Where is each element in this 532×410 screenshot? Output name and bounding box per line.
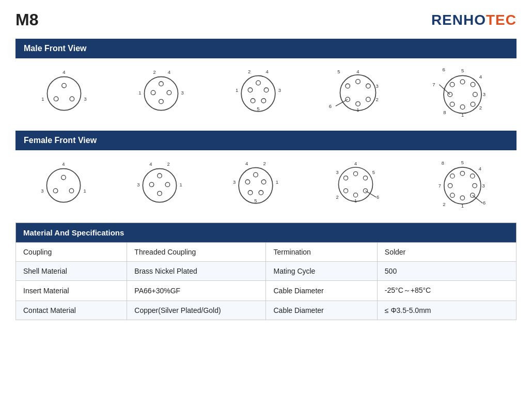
svg-point-33 (346, 84, 350, 88)
svg-point-69 (165, 182, 170, 187)
svg-point-44 (473, 92, 478, 97)
svg-point-60 (61, 175, 66, 180)
svg-point-106 (450, 193, 455, 197)
svg-point-1 (62, 83, 67, 88)
svg-text:5: 5 (254, 198, 257, 203)
svg-text:2: 2 (263, 161, 266, 166)
svg-point-29 (366, 84, 371, 88)
svg-point-76 (254, 172, 258, 177)
svg-text:5: 5 (257, 106, 259, 112)
logo-tec: TEC (486, 12, 517, 28)
svg-point-87 (353, 171, 357, 176)
svg-point-92 (343, 176, 348, 180)
spec-value: -25°C～+85°C (377, 281, 516, 301)
svg-point-18 (248, 88, 253, 92)
svg-point-46 (460, 105, 465, 109)
svg-point-108 (450, 174, 455, 178)
svg-text:4: 4 (62, 161, 65, 167)
svg-text:5: 5 (461, 160, 464, 165)
svg-point-102 (471, 174, 475, 178)
spec-label: Cable Diameter (266, 301, 377, 320)
table-row: Insert Material PA66+30%GF Cable Diamete… (16, 281, 517, 301)
svg-point-105 (460, 196, 464, 200)
spec-value: Copper(Silver Plated/Gold) (127, 301, 266, 320)
logo-renho: RENHO (431, 12, 486, 28)
svg-point-49 (450, 82, 455, 87)
svg-point-90 (353, 193, 357, 197)
svg-text:3: 3 (233, 179, 236, 184)
female-connectors-row: 4 3 1 4 2 3 1 4 2 3 1 (15, 155, 517, 213)
svg-text:6: 6 (329, 103, 332, 108)
svg-text:1: 1 (356, 106, 359, 112)
svg-point-101 (460, 171, 464, 176)
svg-text:4: 4 (354, 161, 357, 166)
svg-point-30 (366, 97, 371, 102)
svg-text:6: 6 (377, 195, 379, 200)
svg-text:3: 3 (336, 170, 338, 175)
spec-value: Brass Nickel Plated (127, 262, 266, 281)
svg-text:1: 1 (41, 96, 44, 102)
spec-value: PA66+30%GF (127, 281, 266, 301)
svg-point-59 (46, 169, 80, 202)
svg-text:1: 1 (138, 90, 141, 96)
svg-point-67 (158, 174, 162, 178)
svg-point-2 (54, 97, 58, 101)
svg-text:4: 4 (149, 161, 152, 167)
spec-label: Mating Cycle (266, 262, 377, 281)
svg-point-103 (473, 183, 477, 187)
svg-text:2: 2 (375, 96, 378, 102)
spec-value: Solder (377, 243, 516, 262)
svg-text:3: 3 (41, 188, 43, 194)
svg-text:7: 7 (439, 183, 441, 188)
svg-point-8 (159, 82, 164, 86)
svg-text:4: 4 (479, 74, 482, 80)
svg-point-10 (167, 90, 171, 95)
svg-text:1: 1 (276, 179, 278, 184)
spec-label: Coupling (16, 243, 127, 262)
spec-value: ≤ Φ3.5-5.0mm (377, 301, 516, 320)
female-3pin: 4 3 1 (40, 161, 87, 208)
svg-point-77 (245, 180, 250, 184)
table-row: Shell Material Brass Nickel Plated Matin… (16, 262, 517, 281)
svg-text:2: 2 (479, 105, 482, 111)
svg-text:1: 1 (354, 198, 357, 203)
svg-point-70 (158, 191, 162, 196)
svg-point-47 (450, 102, 455, 107)
svg-point-19 (264, 88, 269, 92)
spec-section: Material And Specifications Coupling Thr… (15, 223, 517, 320)
svg-text:4: 4 (356, 69, 359, 74)
svg-text:3: 3 (483, 91, 486, 97)
svg-text:3: 3 (482, 183, 484, 188)
spec-table: Material And Specifications Coupling Thr… (15, 223, 517, 320)
table-row: Contact Material Copper(Silver Plated/Go… (16, 301, 517, 320)
svg-point-61 (53, 188, 58, 193)
svg-text:5: 5 (372, 170, 375, 175)
svg-text:7: 7 (432, 82, 435, 87)
spec-label: Termination (266, 243, 377, 262)
spec-label: Shell Material (16, 262, 127, 281)
svg-point-31 (356, 101, 361, 106)
svg-text:6: 6 (442, 67, 445, 72)
male-4pin: 2 4 1 3 (138, 69, 184, 116)
svg-point-68 (149, 182, 154, 187)
male-connectors-row: 4 1 3 2 4 1 3 2 4 1 3 (15, 64, 517, 121)
svg-point-28 (356, 79, 361, 84)
svg-text:2: 2 (443, 202, 445, 207)
svg-text:8: 8 (443, 109, 446, 115)
svg-text:2: 2 (336, 195, 338, 200)
svg-point-20 (251, 98, 255, 103)
spec-label: Insert Material (16, 281, 127, 301)
svg-text:1: 1 (236, 87, 238, 92)
svg-point-27 (340, 74, 375, 110)
svg-point-11 (159, 99, 164, 104)
svg-point-80 (259, 190, 263, 195)
male-5pin: 2 4 1 3 5 (235, 68, 281, 117)
svg-text:4: 4 (479, 166, 481, 171)
female-6pin: 4 5 6 1 2 3 (328, 160, 383, 209)
svg-text:3: 3 (278, 87, 281, 92)
svg-point-107 (448, 183, 452, 187)
svg-point-43 (471, 82, 475, 87)
svg-text:4: 4 (62, 69, 65, 75)
female-front-view-header: Female Front View (15, 131, 517, 150)
spec-table-header: Material And Specifications (16, 223, 517, 243)
